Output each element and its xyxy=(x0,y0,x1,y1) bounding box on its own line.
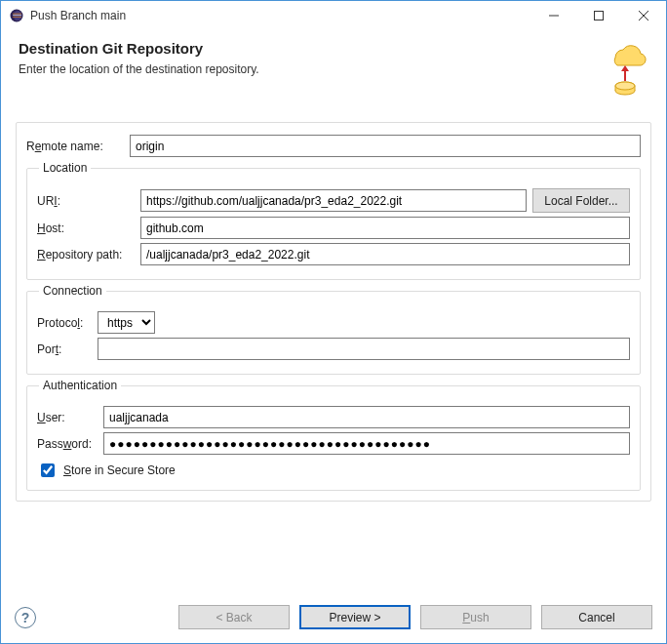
repo-path-row: Repository path: xyxy=(37,243,630,265)
user-row: User: xyxy=(37,406,630,428)
protocol-select[interactable]: https xyxy=(98,311,155,334)
window-controls xyxy=(531,1,666,30)
user-label: User: xyxy=(37,411,98,424)
back-button[interactable]: < Back xyxy=(178,605,290,629)
local-folder-button[interactable]: Local Folder... xyxy=(532,188,630,213)
wizard-footer: ? < Back Preview > Push Cancel xyxy=(1,595,666,643)
svg-rect-6 xyxy=(595,12,604,20)
password-row: Password: xyxy=(37,432,630,455)
user-input[interactable] xyxy=(103,406,630,428)
protocol-row: Protocol: https xyxy=(37,311,630,334)
window-title: Push Branch main xyxy=(30,9,531,22)
page-title: Destination Git Repository xyxy=(19,40,602,57)
host-row: Host: xyxy=(37,217,630,239)
close-button[interactable] xyxy=(621,1,666,30)
port-label: Port: xyxy=(37,342,92,356)
push-button[interactable]: Push xyxy=(420,605,531,629)
titlebar: Push Branch main xyxy=(1,1,666,30)
eclipse-icon xyxy=(9,8,24,23)
svg-rect-2 xyxy=(13,15,21,16)
push-cloud-icon xyxy=(602,40,648,101)
wizard-body: Remote name: Location URI: Local Folder.… xyxy=(3,113,664,595)
remote-name-row: Remote name: xyxy=(26,135,641,157)
location-legend: Location xyxy=(39,161,91,175)
authentication-group: Authentication User: Password: Store in … xyxy=(26,379,641,491)
help-icon[interactable]: ? xyxy=(15,607,36,628)
location-group: Location URI: Local Folder... Host: Repo… xyxy=(26,161,641,280)
port-input[interactable] xyxy=(98,338,630,360)
svg-marker-10 xyxy=(621,65,629,71)
wizard-header: Destination Git Repository Enter the loc… xyxy=(1,30,666,113)
store-secure-row: Store in Secure Store xyxy=(37,461,630,480)
svg-rect-3 xyxy=(13,14,21,15)
uri-label: URI: xyxy=(37,194,135,208)
remote-name-label: Remote name: xyxy=(26,140,124,153)
cancel-button[interactable]: Cancel xyxy=(541,605,652,629)
maximize-button[interactable] xyxy=(576,1,621,30)
connection-legend: Connection xyxy=(39,284,106,298)
store-secure-label: Store in Secure Store xyxy=(63,463,176,477)
store-secure-checkbox[interactable] xyxy=(41,463,55,477)
svg-point-12 xyxy=(615,82,635,90)
protocol-label: Protocol: xyxy=(37,316,92,330)
connection-group: Connection Protocol: https Port: xyxy=(26,284,641,375)
password-input[interactable] xyxy=(103,432,630,455)
minimize-button[interactable] xyxy=(531,1,576,30)
repo-path-label: Repository path: xyxy=(37,248,135,262)
host-label: Host: xyxy=(37,221,135,235)
uri-row: URI: Local Folder... xyxy=(37,188,630,213)
uri-input[interactable] xyxy=(140,189,527,212)
preview-button[interactable]: Preview > xyxy=(299,605,411,629)
svg-rect-4 xyxy=(13,17,21,18)
wizard-window: Push Branch main Destination Git Reposit… xyxy=(0,0,667,644)
repo-path-input[interactable] xyxy=(140,243,630,265)
authentication-legend: Authentication xyxy=(39,379,121,392)
remote-name-input[interactable] xyxy=(130,135,641,157)
password-label: Password: xyxy=(37,437,98,451)
port-row: Port: xyxy=(37,338,630,360)
host-input[interactable] xyxy=(140,217,630,239)
page-subtitle: Enter the location of the destination re… xyxy=(19,62,602,76)
main-panel: Remote name: Location URI: Local Folder.… xyxy=(16,122,651,502)
